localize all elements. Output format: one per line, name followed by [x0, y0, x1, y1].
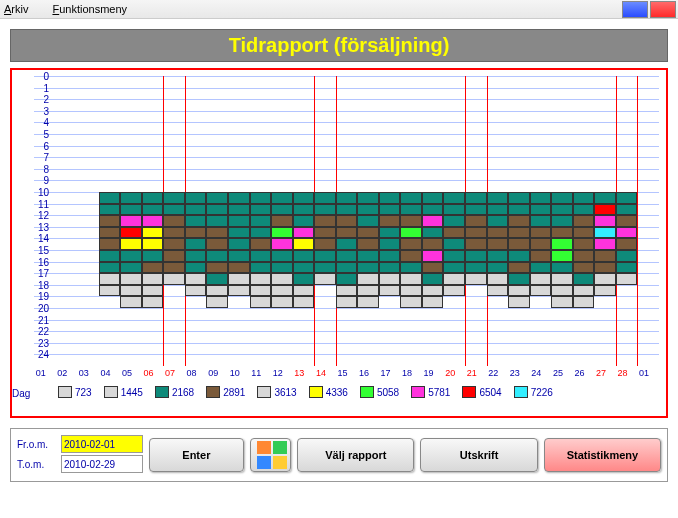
y-tick: 22 — [31, 326, 49, 337]
y-tick: 16 — [31, 256, 49, 267]
heatmap-cell — [573, 238, 595, 250]
heatmap-cell — [530, 250, 552, 262]
heatmap-cell — [206, 262, 228, 274]
heatmap-cell — [573, 192, 595, 204]
legend-item: 5781 — [411, 386, 450, 398]
heatmap-cell — [357, 250, 379, 262]
heatmap-cell — [250, 273, 272, 285]
heatmap-cell — [314, 238, 336, 250]
legend-item: 2168 — [155, 386, 194, 398]
heatmap-cell — [120, 204, 142, 216]
x-tick: 10 — [224, 368, 246, 378]
heatmap-cell — [530, 285, 552, 297]
heatmap-cell — [487, 273, 509, 285]
heatmap-cell — [142, 262, 164, 274]
heatmap-cell — [616, 238, 638, 250]
heatmap-cell — [422, 250, 444, 262]
x-tick: 26 — [569, 368, 591, 378]
dag-label: Dag — [12, 388, 30, 399]
heatmap-cell — [400, 215, 422, 227]
legend-item: 5058 — [360, 386, 399, 398]
heatmap-cell — [616, 250, 638, 262]
heatmap-cell — [185, 262, 207, 274]
menu-arkiv[interactable]: Arkiv — [4, 3, 40, 15]
minimize-button[interactable] — [622, 1, 648, 18]
utskrift-button[interactable]: Utskrift — [420, 438, 537, 472]
menu-funktionsmeny[interactable]: Funktionsmeny — [52, 3, 139, 15]
heatmap-cell — [293, 285, 315, 297]
y-tick: 21 — [31, 314, 49, 325]
heatmap-cell — [163, 273, 185, 285]
heatmap-cell — [228, 238, 250, 250]
logo-icon — [257, 441, 287, 469]
heatmap-cell — [99, 273, 121, 285]
legend-label: 4336 — [326, 387, 348, 398]
heatmap-cell — [336, 238, 358, 250]
heatmap-cell — [314, 262, 336, 274]
heatmap-cell — [228, 250, 250, 262]
heatmap-cell — [594, 238, 616, 250]
valj-rapport-button[interactable]: Välj rapport — [297, 438, 414, 472]
heatmap-cell — [530, 238, 552, 250]
heatmap-cell — [465, 273, 487, 285]
heatmap-cell — [379, 192, 401, 204]
heatmap-cell — [400, 285, 422, 297]
bottom-bar: Fr.o.m. T.o.m. Enter Välj rapport Utskri — [10, 428, 668, 482]
heatmap-cell — [142, 296, 164, 308]
heatmap-cell — [185, 215, 207, 227]
heatmap-cell — [594, 215, 616, 227]
x-tick: 15 — [332, 368, 354, 378]
heatmap-cell — [508, 215, 530, 227]
heatmap-cell — [487, 215, 509, 227]
heatmap-cell — [314, 192, 336, 204]
from-date-input[interactable] — [61, 435, 143, 453]
heatmap-cell — [99, 250, 121, 262]
heatmap-cell — [271, 238, 293, 250]
enter-button[interactable]: Enter — [149, 438, 244, 472]
y-tick: 3 — [31, 105, 49, 116]
heatmap-cell — [594, 285, 616, 297]
heatmap-cell — [530, 262, 552, 274]
heatmap-cell — [379, 250, 401, 262]
heatmap-cell — [422, 296, 444, 308]
heatmap-cell — [120, 238, 142, 250]
logo-button[interactable] — [250, 438, 291, 472]
heatmap-cell — [357, 227, 379, 239]
y-tick: 7 — [31, 152, 49, 163]
heatmap-cell — [616, 192, 638, 204]
heatmap-cell — [271, 262, 293, 274]
statistikmeny-button[interactable]: Statistikmeny — [544, 438, 661, 472]
menubar: Arkiv Funktionsmeny — [0, 0, 678, 19]
legend-swatch — [360, 386, 374, 398]
heatmap-cell — [379, 238, 401, 250]
heatmap-cell — [250, 296, 272, 308]
x-tick: 12 — [267, 368, 289, 378]
heatmap-cell — [99, 285, 121, 297]
from-label: Fr.o.m. — [17, 439, 61, 450]
legend-label: 6504 — [479, 387, 501, 398]
heatmap-cell — [228, 204, 250, 216]
heatmap-cell — [185, 204, 207, 216]
heatmap-cell — [142, 273, 164, 285]
close-button[interactable] — [650, 1, 676, 18]
heatmap-cell — [551, 227, 573, 239]
heatmap-cell — [293, 273, 315, 285]
heatmap-cell — [293, 192, 315, 204]
heatmap-cell — [206, 215, 228, 227]
y-tick: 5 — [31, 129, 49, 140]
x-tick: 23 — [504, 368, 526, 378]
heatmap-cell — [465, 238, 487, 250]
heatmap-cell — [551, 250, 573, 262]
heatmap-cell — [530, 227, 552, 239]
x-tick: 28 — [612, 368, 634, 378]
legend-item: 3613 — [257, 386, 296, 398]
heatmap-cell — [400, 296, 422, 308]
heatmap-cell — [400, 227, 422, 239]
x-tick: 11 — [245, 368, 267, 378]
heatmap-cell — [616, 262, 638, 274]
to-date-input[interactable] — [61, 455, 143, 473]
y-tick: 24 — [31, 349, 49, 360]
heatmap-cell — [573, 296, 595, 308]
x-tick: 09 — [202, 368, 224, 378]
heatmap-cell — [293, 215, 315, 227]
